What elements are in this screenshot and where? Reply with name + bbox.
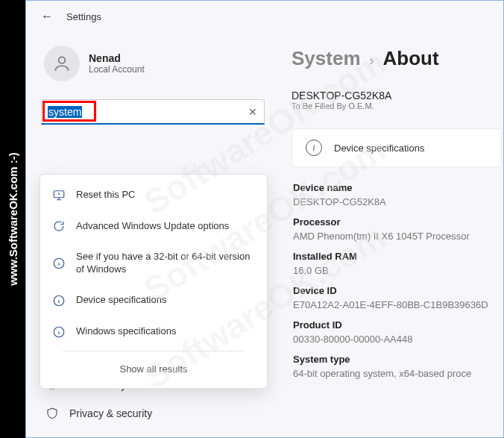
search-value: system — [48, 106, 82, 118]
spec-card[interactable]: i Device specifications — [292, 128, 502, 167]
dd-item-win-spec[interactable]: Windows specifications — [40, 316, 267, 348]
dd-item-reset[interactable]: Reset this PC — [40, 179, 267, 210]
spec-list: Device name DESKTOP-CG52K8A Processor AM… — [292, 182, 503, 379]
spec-value: DESKTOP-CG52K8A — [293, 196, 503, 207]
main-panel: System › About DESKTOP-CG52K8A To Be Fil… — [272, 32, 503, 437]
back-icon[interactable]: ← — [41, 10, 53, 23]
content-area: Nenad Local Account system ✕ Reset this … — [26, 32, 503, 437]
spec-label: Device name — [293, 182, 503, 193]
shield-icon — [45, 407, 59, 420]
profile-block[interactable]: Nenad Local Account — [41, 32, 269, 99]
dd-item-bitness[interactable]: See if you have a 32-bit or 64-bit versi… — [40, 242, 267, 285]
settings-window: ← Settings Nenad Local Account system — [25, 0, 504, 438]
search-input[interactable]: system — [41, 99, 265, 125]
spec-row: System type 64-bit operating system, x64… — [293, 354, 503, 379]
dd-divider — [63, 351, 245, 351]
dd-item-update[interactable]: Advanced Windows Update options — [40, 210, 267, 242]
profile-sub: Local Account — [89, 64, 145, 75]
person-icon — [52, 54, 72, 73]
dd-show-all[interactable]: Show all results — [40, 354, 267, 384]
nav-label: Privacy & security — [69, 407, 152, 419]
spec-value: 16,0 GB — [293, 265, 503, 276]
dd-label: Reset this PC — [76, 189, 135, 201]
spec-card-title: Device specifications — [334, 143, 424, 154]
dd-label: See if you have a 32-bit or 64-bit versi… — [76, 251, 255, 276]
breadcrumb-page: About — [383, 47, 439, 70]
search-wrapper: system ✕ — [41, 99, 265, 125]
info-icon: i — [306, 140, 322, 156]
spec-label: Installed RAM — [293, 251, 503, 262]
breadcrumb-root[interactable]: System — [292, 47, 361, 70]
spec-row: Installed RAM 16,0 GB — [293, 251, 503, 276]
device-header: DESKTOP-CG52K8A To Be Filled By O.E.M. — [292, 90, 503, 110]
spec-value: 64-bit operating system, x64-based proce — [293, 368, 503, 379]
dd-item-device-spec[interactable]: Device specifications — [40, 285, 267, 316]
info-icon — [52, 294, 66, 307]
spec-label: System type — [293, 354, 503, 365]
dd-label: Windows specifications — [76, 325, 176, 338]
window-title: Settings — [66, 11, 101, 22]
spec-value: E70A12A2-A01E-4EFF-80BB-C1B9B39636D — [293, 299, 503, 310]
spec-row: Device ID E70A12A2-A01E-4EFF-80BB-C1B9B3… — [293, 285, 503, 310]
spec-label: Product ID — [293, 319, 503, 331]
spec-label: Processor — [293, 216, 503, 228]
spec-row: Product ID 00330-80000-00000-AA448 — [293, 319, 503, 345]
dd-label: Device specifications — [76, 294, 166, 307]
leftbar-text: www.SoftwareOK.com :-) — [7, 152, 19, 286]
spec-value: 00330-80000-00000-AA448 — [293, 334, 503, 345]
chevron-right-icon: › — [370, 53, 374, 69]
avatar — [44, 46, 80, 81]
info-icon — [52, 325, 66, 339]
spec-row: Device name DESKTOP-CG52K8A — [293, 182, 503, 207]
spec-row: Processor AMD Phenom(tm) II X6 1045T Pro… — [293, 216, 503, 242]
svg-point-0 — [59, 57, 66, 63]
spec-value: AMD Phenom(tm) II X6 1045T Processor — [293, 231, 503, 242]
nav-privacy[interactable]: Privacy & security — [41, 399, 269, 428]
reset-pc-icon — [52, 188, 66, 201]
topbar: ← Settings — [26, 1, 503, 32]
profile-name: Nenad — [89, 52, 145, 64]
dd-label: Advanced Windows Update options — [76, 220, 229, 233]
breadcrumb: System › About — [292, 47, 503, 70]
search-dropdown: Reset this PC Advanced Windows Update op… — [40, 174, 268, 389]
spec-label: Device ID — [293, 285, 503, 296]
device-sub: To Be Filled By O.E.M. — [292, 101, 503, 110]
site-leftbar: www.SoftwareOK.com :-) — [0, 0, 25, 438]
clear-icon[interactable]: ✕ — [248, 106, 257, 118]
device-name: DESKTOP-CG52K8A — [292, 90, 503, 101]
sidebar: Nenad Local Account system ✕ Reset this … — [26, 32, 272, 437]
info-icon — [52, 257, 66, 270]
update-icon — [52, 219, 66, 233]
